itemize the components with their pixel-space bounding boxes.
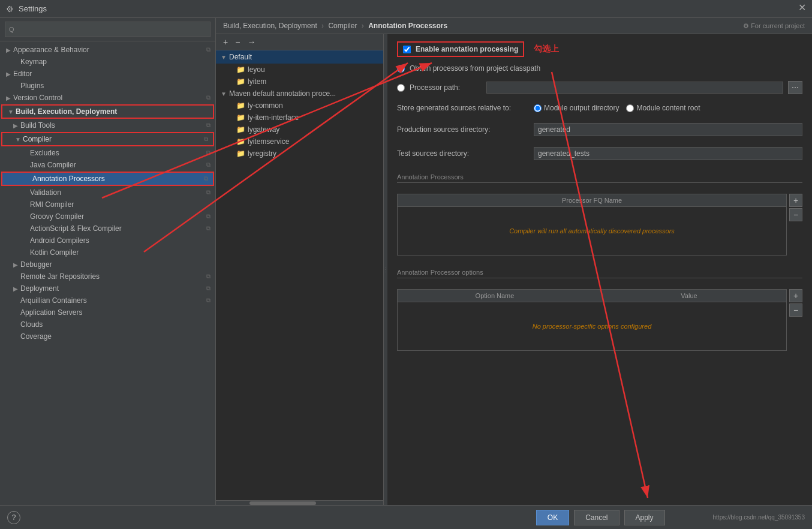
- cancel-button[interactable]: Cancel: [574, 510, 619, 525]
- breadcrumb-current: Annotation Processors: [368, 22, 447, 30]
- add-config-button[interactable]: +: [221, 37, 230, 47]
- sidebar-item-label: Build Tools: [20, 121, 55, 130]
- copy-icon: ⧉: [206, 122, 210, 129]
- gear-icon: ⚙: [743, 22, 749, 29]
- config-item-lygateway[interactable]: 📁 lygateway: [216, 124, 383, 136]
- module-content-radio[interactable]: [626, 104, 634, 112]
- sidebar-item-kotlin-compiler[interactable]: Kotlin Compiler: [0, 247, 215, 259]
- remove-config-button[interactable]: −: [233, 37, 242, 47]
- sidebar-item-remote-jar[interactable]: Remote Jar Repositories ⧉: [0, 270, 215, 282]
- annotation-processors-body: Compiler will run all automatically disc…: [398, 207, 786, 255]
- option-name-header: Option Name: [398, 290, 592, 302]
- sidebar-item-label: Coverage: [20, 332, 52, 341]
- config-item-lyregistry[interactable]: 📁 lyregistry: [216, 148, 383, 160]
- annotation-processors-buttons: + −: [789, 194, 802, 256]
- expand-icon: ▼: [14, 136, 22, 143]
- add-processor-button[interactable]: +: [789, 194, 802, 207]
- move-config-button[interactable]: →: [245, 37, 258, 47]
- module-output-label: Module output directory: [544, 104, 619, 112]
- sidebar-item-label: Kotlin Compiler: [30, 248, 79, 257]
- config-item-label: lyregistry: [248, 149, 276, 158]
- sidebar-item-groovy-compiler[interactable]: Groovy Compiler ⧉: [0, 211, 215, 223]
- sidebar-item-label: Clouds: [20, 320, 43, 329]
- breadcrumb-sep1: ›: [321, 22, 326, 30]
- sidebar-item-keymap[interactable]: Keymap: [0, 56, 215, 68]
- bottom-bar: ? OK Cancel Apply https://blog.csdn.net/…: [0, 505, 812, 529]
- sidebar-item-label: RMI Compiler: [30, 200, 74, 209]
- sidebar-item-annotation-processors[interactable]: Annotation Processors ⧉: [1, 172, 214, 186]
- sidebar-item-deployment[interactable]: ▶ Deployment ⧉: [0, 282, 215, 294]
- config-item-label: Maven default annotation proce...: [229, 89, 336, 98]
- processor-path-browse-button[interactable]: ⋯: [788, 81, 802, 94]
- sidebar-item-arquillian[interactable]: Arquillian Containers ⧉: [0, 294, 215, 306]
- search-bar: Q: [0, 18, 215, 41]
- sidebar-item-build-exec[interactable]: ▼ Build, Execution, Deployment: [1, 104, 214, 119]
- enable-annotation-label: Enable annotation processing: [416, 45, 518, 53]
- value-header: Value: [592, 290, 786, 302]
- sidebar-item-label: Groovy Compiler: [30, 212, 84, 221]
- add-option-button[interactable]: +: [789, 289, 802, 302]
- horizontal-scrollbar[interactable]: [216, 500, 383, 505]
- apply-button[interactable]: Apply: [624, 510, 665, 525]
- sidebar-item-label: Keymap: [20, 58, 47, 66]
- obtain-processors-row: Obtain processors from project classpath: [397, 63, 802, 74]
- production-sources-input[interactable]: [534, 123, 802, 136]
- test-sources-label: Test sources directory:: [397, 149, 529, 158]
- search-input[interactable]: [17, 23, 206, 35]
- processor-path-radio[interactable]: [397, 84, 405, 92]
- sidebar-item-validation[interactable]: Validation ⧉: [0, 187, 215, 199]
- test-sources-input[interactable]: [534, 147, 802, 160]
- sidebar-item-excludes[interactable]: Excludes ⧉: [0, 147, 215, 159]
- folder-icon: 📁: [236, 113, 245, 122]
- sidebar-item-app-servers[interactable]: Application Servers: [0, 306, 215, 318]
- copy-icon: ⧉: [204, 175, 208, 182]
- obtain-processors-radio[interactable]: [397, 65, 405, 73]
- sidebar-item-rmi-compiler[interactable]: RMI Compiler: [0, 199, 215, 211]
- config-item-default[interactable]: ▼ Default: [216, 50, 383, 64]
- ok-button[interactable]: OK: [536, 510, 569, 525]
- remove-option-button[interactable]: −: [789, 303, 802, 317]
- expand-icon: ▶: [5, 71, 12, 77]
- sidebar: Q ▶ Appearance & Behavior ⧉ Keymap ▶ E: [0, 18, 216, 505]
- sidebar-item-java-compiler[interactable]: Java Compiler ⧉: [0, 159, 215, 171]
- expand-icon: ▶: [5, 47, 12, 53]
- sidebar-item-actionscript[interactable]: ActionScript & Flex Compiler ⧉: [0, 223, 215, 235]
- sidebar-item-label: Build, Execution, Deployment: [16, 107, 117, 116]
- config-item-maven-default[interactable]: ▼ Maven default annotation proce...: [216, 88, 383, 100]
- module-output-radio[interactable]: [534, 104, 542, 112]
- processor-path-input[interactable]: [486, 82, 783, 94]
- sidebar-item-plugins[interactable]: Plugins: [0, 80, 215, 92]
- config-item-leyou[interactable]: 📁 leyou: [216, 64, 383, 76]
- sidebar-item-compiler[interactable]: ▼ Compiler ⧉: [1, 132, 214, 146]
- config-item-lyitem[interactable]: 📁 lyitem: [216, 76, 383, 88]
- config-item-ly-common[interactable]: 📁 ly-common: [216, 100, 383, 112]
- production-sources-label: Production sources directory:: [397, 125, 529, 134]
- expand-icon: ▶: [12, 122, 19, 129]
- sidebar-item-coverage[interactable]: Coverage: [0, 330, 215, 342]
- for-project-label: ⚙ For current project: [743, 22, 805, 30]
- sidebar-item-clouds[interactable]: Clouds: [0, 318, 215, 330]
- sidebar-item-android-compilers[interactable]: Android Compilers: [0, 235, 215, 247]
- sidebar-item-build-tools[interactable]: ▶ Build Tools ⧉: [0, 119, 215, 131]
- sidebar-item-appearance[interactable]: ▶ Appearance & Behavior ⧉: [0, 44, 215, 56]
- copy-icon: ⧉: [206, 161, 210, 169]
- tree-toolbar: + − →: [216, 34, 383, 50]
- enable-annotation-checkbox[interactable]: [403, 46, 411, 53]
- config-item-lyitemservice[interactable]: 📁 lyitemservice: [216, 136, 383, 148]
- config-item-ly-item-interface[interactable]: 📁 ly-item-interface: [216, 112, 383, 124]
- sidebar-item-label: Version Control: [13, 94, 62, 102]
- close-button[interactable]: ✕: [798, 3, 806, 13]
- annotation-options-table-container: Option Name Value No processor-specific …: [397, 289, 802, 351]
- remove-processor-button[interactable]: −: [789, 208, 802, 221]
- help-button[interactable]: ?: [7, 511, 20, 524]
- sidebar-item-editor[interactable]: ▶ Editor: [0, 68, 215, 80]
- sidebar-item-version-control[interactable]: ▶ Version Control ⧉: [0, 92, 215, 104]
- annotation-processors-table: Processor FQ Name Compiler will run all …: [397, 194, 787, 256]
- sidebar-item-debugger[interactable]: ▶ Debugger: [0, 259, 215, 270]
- content-area: Build, Execution, Deployment › Compiler …: [216, 18, 812, 505]
- module-content-label: Module content root: [636, 104, 700, 112]
- sidebar-item-label: Android Compilers: [30, 236, 89, 245]
- expand-icon: ▼: [7, 109, 14, 115]
- search-icon: Q: [9, 26, 14, 33]
- title-bar: ⚙ Settings ✕: [0, 0, 812, 18]
